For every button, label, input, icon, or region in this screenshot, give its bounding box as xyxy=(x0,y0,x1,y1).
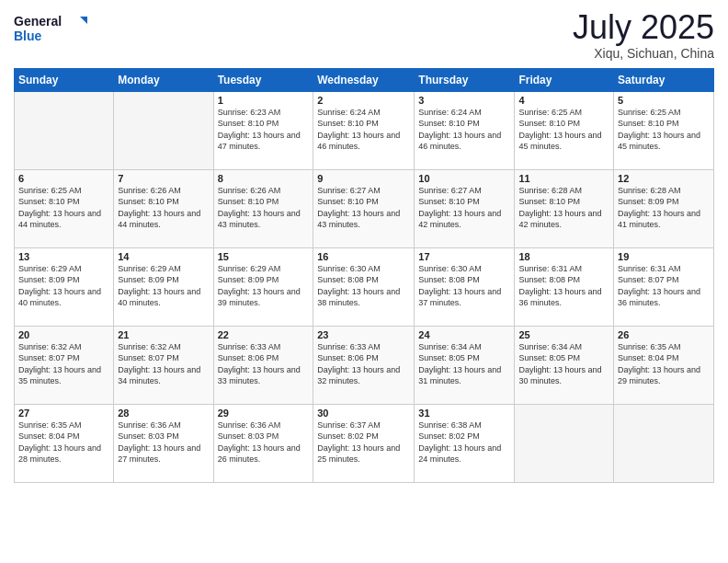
calendar-header-row: Sunday Monday Tuesday Wednesday Thursday… xyxy=(15,68,714,91)
table-row: 8Sunrise: 6:26 AM Sunset: 8:10 PM Daylig… xyxy=(213,169,313,247)
table-row: 6Sunrise: 6:25 AM Sunset: 8:10 PM Daylig… xyxy=(15,169,114,247)
day-number: 12 xyxy=(618,173,710,184)
day-number: 16 xyxy=(317,251,410,262)
day-number: 10 xyxy=(418,173,510,184)
logo: General Blue xyxy=(14,9,97,50)
table-row: 31Sunrise: 6:38 AM Sunset: 8:02 PM Dayli… xyxy=(415,404,515,482)
day-number: 1 xyxy=(218,95,310,106)
table-row: 29Sunrise: 6:36 AM Sunset: 8:03 PM Dayli… xyxy=(213,404,313,482)
day-number: 31 xyxy=(418,408,510,419)
header-sunday: Sunday xyxy=(15,68,114,91)
calendar-week-5: 27Sunrise: 6:35 AM Sunset: 8:04 PM Dayli… xyxy=(15,404,714,482)
day-number: 30 xyxy=(317,408,410,419)
day-number: 8 xyxy=(218,173,310,184)
day-number: 27 xyxy=(18,408,109,419)
svg-marker-1 xyxy=(80,17,87,24)
calendar-table: Sunday Monday Tuesday Wednesday Thursday… xyxy=(14,68,714,483)
table-row: 25Sunrise: 6:34 AM Sunset: 8:05 PM Dayli… xyxy=(515,326,614,404)
day-number: 28 xyxy=(118,408,209,419)
table-row: 26Sunrise: 6:35 AM Sunset: 8:04 PM Dayli… xyxy=(614,326,714,404)
table-row: 18Sunrise: 6:31 AM Sunset: 8:08 PM Dayli… xyxy=(515,247,614,326)
day-number: 26 xyxy=(618,329,710,340)
table-row: 27Sunrise: 6:35 AM Sunset: 8:04 PM Dayli… xyxy=(15,404,114,482)
table-row: 14Sunrise: 6:29 AM Sunset: 8:09 PM Dayli… xyxy=(114,247,213,326)
table-row: 1Sunrise: 6:23 AM Sunset: 8:10 PM Daylig… xyxy=(213,91,313,169)
table-row: 5Sunrise: 6:25 AM Sunset: 8:10 PM Daylig… xyxy=(614,91,714,169)
day-info: Sunrise: 6:25 AM Sunset: 8:10 PM Dayligh… xyxy=(518,107,609,153)
day-info: Sunrise: 6:23 AM Sunset: 8:10 PM Dayligh… xyxy=(218,107,310,153)
day-info: Sunrise: 6:36 AM Sunset: 8:03 PM Dayligh… xyxy=(218,419,310,465)
table-row: 28Sunrise: 6:36 AM Sunset: 8:03 PM Dayli… xyxy=(114,404,213,482)
day-number: 20 xyxy=(18,329,109,340)
day-info: Sunrise: 6:25 AM Sunset: 8:10 PM Dayligh… xyxy=(618,107,710,153)
day-info: Sunrise: 6:31 AM Sunset: 8:08 PM Dayligh… xyxy=(518,263,609,309)
day-number: 19 xyxy=(618,251,710,262)
calendar-week-1: 1Sunrise: 6:23 AM Sunset: 8:10 PM Daylig… xyxy=(15,91,714,169)
day-number: 2 xyxy=(317,95,410,106)
table-row: 20Sunrise: 6:32 AM Sunset: 8:07 PM Dayli… xyxy=(15,326,114,404)
table-row: 24Sunrise: 6:34 AM Sunset: 8:05 PM Dayli… xyxy=(415,326,515,404)
day-number: 13 xyxy=(18,251,109,262)
day-info: Sunrise: 6:32 AM Sunset: 8:07 PM Dayligh… xyxy=(18,341,109,387)
table-row: 15Sunrise: 6:29 AM Sunset: 8:09 PM Dayli… xyxy=(213,247,313,326)
table-row: 19Sunrise: 6:31 AM Sunset: 8:07 PM Dayli… xyxy=(614,247,714,326)
day-info: Sunrise: 6:30 AM Sunset: 8:08 PM Dayligh… xyxy=(418,263,510,309)
table-row xyxy=(15,91,114,169)
day-number: 3 xyxy=(418,95,510,106)
day-number: 14 xyxy=(118,251,209,262)
day-number: 9 xyxy=(317,173,410,184)
page: General Blue July 2025 Xiqu, Sichuan, Ch… xyxy=(0,0,728,563)
day-info: Sunrise: 6:37 AM Sunset: 8:02 PM Dayligh… xyxy=(317,419,410,465)
day-number: 4 xyxy=(518,95,609,106)
day-number: 25 xyxy=(518,329,609,340)
table-row: 21Sunrise: 6:32 AM Sunset: 8:07 PM Dayli… xyxy=(114,326,213,404)
day-number: 15 xyxy=(218,251,310,262)
table-row: 7Sunrise: 6:26 AM Sunset: 8:10 PM Daylig… xyxy=(114,169,213,247)
day-info: Sunrise: 6:35 AM Sunset: 8:04 PM Dayligh… xyxy=(618,341,710,387)
month-title: July 2025 xyxy=(573,9,714,46)
day-info: Sunrise: 6:33 AM Sunset: 8:06 PM Dayligh… xyxy=(317,341,410,387)
day-number: 7 xyxy=(118,173,209,184)
day-info: Sunrise: 6:29 AM Sunset: 8:09 PM Dayligh… xyxy=(18,263,109,309)
day-info: Sunrise: 6:35 AM Sunset: 8:04 PM Dayligh… xyxy=(18,419,109,465)
day-info: Sunrise: 6:24 AM Sunset: 8:10 PM Dayligh… xyxy=(418,107,510,153)
table-row: 11Sunrise: 6:28 AM Sunset: 8:10 PM Dayli… xyxy=(515,169,614,247)
day-info: Sunrise: 6:28 AM Sunset: 8:10 PM Dayligh… xyxy=(518,185,609,231)
day-info: Sunrise: 6:34 AM Sunset: 8:05 PM Dayligh… xyxy=(518,341,609,387)
svg-text:General: General xyxy=(14,14,62,29)
day-info: Sunrise: 6:33 AM Sunset: 8:06 PM Dayligh… xyxy=(218,341,310,387)
table-row: 17Sunrise: 6:30 AM Sunset: 8:08 PM Dayli… xyxy=(415,247,515,326)
calendar-week-4: 20Sunrise: 6:32 AM Sunset: 8:07 PM Dayli… xyxy=(15,326,714,404)
calendar-week-2: 6Sunrise: 6:25 AM Sunset: 8:10 PM Daylig… xyxy=(15,169,714,247)
day-number: 11 xyxy=(518,173,609,184)
day-info: Sunrise: 6:29 AM Sunset: 8:09 PM Dayligh… xyxy=(218,263,310,309)
day-number: 23 xyxy=(317,329,410,340)
table-row: 10Sunrise: 6:27 AM Sunset: 8:10 PM Dayli… xyxy=(415,169,515,247)
header-wednesday: Wednesday xyxy=(313,68,415,91)
day-number: 21 xyxy=(118,329,209,340)
day-info: Sunrise: 6:31 AM Sunset: 8:07 PM Dayligh… xyxy=(618,263,710,309)
header-saturday: Saturday xyxy=(614,68,714,91)
table-row: 3Sunrise: 6:24 AM Sunset: 8:10 PM Daylig… xyxy=(415,91,515,169)
day-info: Sunrise: 6:27 AM Sunset: 8:10 PM Dayligh… xyxy=(317,185,410,231)
day-number: 5 xyxy=(618,95,710,106)
day-info: Sunrise: 6:26 AM Sunset: 8:10 PM Dayligh… xyxy=(118,185,209,231)
header: General Blue July 2025 Xiqu, Sichuan, Ch… xyxy=(14,9,714,61)
table-row: 16Sunrise: 6:30 AM Sunset: 8:08 PM Dayli… xyxy=(313,247,415,326)
location: Xiqu, Sichuan, China xyxy=(573,46,714,61)
day-number: 6 xyxy=(18,173,109,184)
day-info: Sunrise: 6:24 AM Sunset: 8:10 PM Dayligh… xyxy=(317,107,410,153)
day-info: Sunrise: 6:38 AM Sunset: 8:02 PM Dayligh… xyxy=(418,419,510,465)
day-info: Sunrise: 6:26 AM Sunset: 8:10 PM Dayligh… xyxy=(218,185,310,231)
header-thursday: Thursday xyxy=(415,68,515,91)
table-row xyxy=(614,404,714,482)
day-number: 24 xyxy=(418,329,510,340)
day-number: 18 xyxy=(518,251,609,262)
table-row: 2Sunrise: 6:24 AM Sunset: 8:10 PM Daylig… xyxy=(313,91,415,169)
table-row: 13Sunrise: 6:29 AM Sunset: 8:09 PM Dayli… xyxy=(15,247,114,326)
logo-text: General Blue xyxy=(14,9,97,50)
calendar-week-3: 13Sunrise: 6:29 AM Sunset: 8:09 PM Dayli… xyxy=(15,247,714,326)
day-number: 17 xyxy=(418,251,510,262)
day-number: 29 xyxy=(218,408,310,419)
table-row: 30Sunrise: 6:37 AM Sunset: 8:02 PM Dayli… xyxy=(313,404,415,482)
